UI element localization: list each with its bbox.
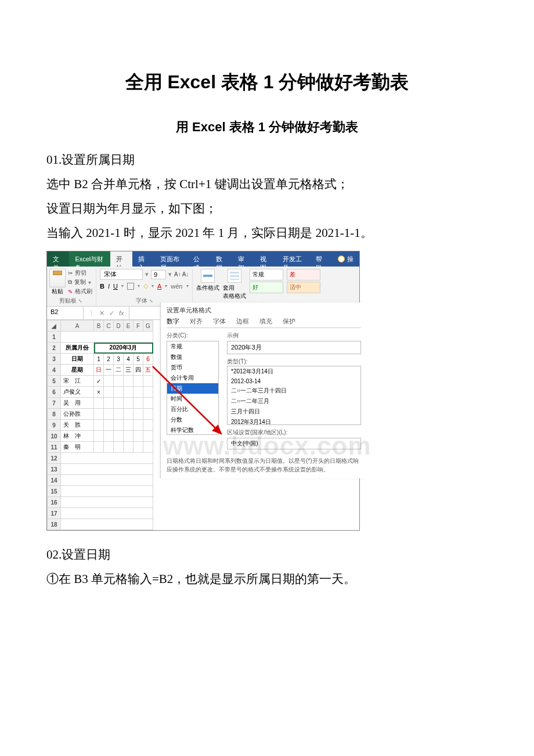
cell-A5[interactable]: 宋 江 bbox=[61, 376, 94, 387]
type-3[interactable]: 二○一二年三月 bbox=[228, 396, 360, 406]
cat-fraction[interactable]: 分数 bbox=[167, 415, 218, 425]
cell-G4[interactable]: 五 bbox=[143, 365, 153, 376]
style-neutral[interactable]: 适中 bbox=[287, 282, 320, 293]
type-2[interactable]: 二○一二年三月十四日 bbox=[228, 386, 360, 396]
style-bad[interactable]: 差 bbox=[287, 269, 320, 280]
cell-A8[interactable]: 公孙胜 bbox=[61, 409, 94, 420]
name-box[interactable]: B2 bbox=[47, 307, 84, 319]
cat-currency[interactable]: 货币 bbox=[167, 362, 218, 373]
tab-help[interactable]: 帮助 bbox=[310, 251, 332, 267]
row-6[interactable]: 6 bbox=[48, 387, 61, 398]
row-10[interactable]: 10 bbox=[48, 431, 61, 442]
style-good[interactable]: 好 bbox=[250, 282, 283, 293]
col-F[interactable]: F bbox=[134, 321, 143, 332]
spreadsheet-grid[interactable]: ◢ A B C D E F G 1 2 所属月份 2020年3月 3 日 bbox=[47, 320, 153, 530]
row-1[interactable]: 1 bbox=[48, 332, 61, 343]
tab-home[interactable]: 开始 bbox=[110, 251, 132, 267]
cell-C3[interactable]: 2 bbox=[104, 354, 114, 365]
dlg-tab-fill[interactable]: 填充 bbox=[259, 317, 272, 326]
cell-G3[interactable]: 6 bbox=[143, 354, 153, 365]
row-15[interactable]: 15 bbox=[48, 486, 61, 497]
underline-button[interactable]: U bbox=[113, 283, 118, 290]
cell-B5[interactable]: ✓ bbox=[94, 376, 104, 387]
cell-B3[interactable]: 1 bbox=[94, 354, 104, 365]
cell-B6[interactable]: × bbox=[94, 387, 104, 398]
cat-general[interactable]: 常规 bbox=[167, 341, 218, 352]
cat-scientific[interactable]: 科学记数 bbox=[167, 425, 218, 435]
fx-confirm-icon[interactable]: ✓ bbox=[109, 309, 114, 317]
cell-D3[interactable]: 3 bbox=[114, 354, 124, 365]
tab-view[interactable]: 视图 bbox=[254, 251, 276, 267]
cell-D4[interactable]: 二 bbox=[114, 365, 124, 376]
fx-dropdown-icon[interactable]: ⋮ bbox=[88, 309, 95, 317]
locale-select[interactable]: 中文(中国) bbox=[227, 438, 361, 449]
border-button[interactable] bbox=[127, 283, 134, 290]
cell-A10[interactable]: 林 冲 bbox=[61, 431, 94, 442]
tab-formula[interactable]: 公式 bbox=[187, 251, 210, 267]
cell-B4[interactable]: 日 bbox=[94, 365, 104, 376]
cell-E3[interactable]: 4 bbox=[124, 354, 134, 365]
col-G[interactable]: G bbox=[143, 321, 153, 332]
cell-A4[interactable]: 星期 bbox=[61, 365, 94, 376]
select-all[interactable]: ◢ bbox=[48, 321, 61, 332]
type-1[interactable]: 2012-03-14 bbox=[228, 377, 360, 386]
col-B[interactable]: B bbox=[94, 321, 104, 332]
font-name-select[interactable]: 宋体 bbox=[100, 269, 143, 280]
dlg-tab-protect[interactable]: 保护 bbox=[283, 317, 295, 326]
cell-F4[interactable]: 四 bbox=[134, 365, 143, 376]
style-normal[interactable]: 常规 bbox=[250, 269, 283, 280]
tab-dev[interactable]: 开发工具 bbox=[277, 251, 310, 267]
fx-cancel-icon[interactable]: ✕ bbox=[99, 309, 104, 317]
copy-button[interactable]: ⧉复制▾ bbox=[68, 278, 92, 286]
tab-insert[interactable]: 插入 bbox=[132, 251, 154, 267]
cut-button[interactable]: ✂剪切 bbox=[68, 269, 92, 277]
tab-custom[interactable]: Excel与财务 bbox=[69, 251, 110, 267]
row-5[interactable]: 5 bbox=[48, 376, 61, 387]
row-11[interactable]: 11 bbox=[48, 442, 61, 453]
type-list[interactable]: *2012年3月14日 2012-03-14 二○一二年三月十四日 二○一二年三… bbox=[227, 366, 361, 425]
row-12[interactable]: 12 bbox=[48, 453, 61, 464]
category-list[interactable]: 常规 数值 货币 会计专用 日期 时间 百分比 分数 科学记数 文本 特殊 自定… bbox=[167, 341, 219, 435]
font-size-select[interactable]: 9 bbox=[151, 270, 166, 279]
cell-A3[interactable]: 日期 bbox=[61, 354, 94, 365]
cell-A6[interactable]: 卢俊义 bbox=[61, 387, 94, 398]
col-E[interactable]: E bbox=[124, 321, 134, 332]
tell-me[interactable]: 操 bbox=[332, 251, 359, 267]
cell-A11[interactable]: 秦 明 bbox=[61, 442, 94, 453]
tab-data[interactable]: 数据 bbox=[210, 251, 232, 267]
row-13[interactable]: 13 bbox=[48, 464, 61, 475]
row-9[interactable]: 9 bbox=[48, 420, 61, 431]
row-16[interactable]: 16 bbox=[48, 497, 61, 508]
paste-icon[interactable] bbox=[49, 269, 66, 287]
type-0[interactable]: *2012年3月14日 bbox=[228, 366, 360, 377]
tab-review[interactable]: 审阅 bbox=[232, 251, 254, 267]
row-7[interactable]: 7 bbox=[48, 398, 61, 409]
cell-A2[interactable]: 所属月份 bbox=[61, 343, 94, 354]
phonetic-button[interactable]: wén bbox=[171, 283, 182, 290]
cell-F3[interactable]: 5 bbox=[134, 354, 143, 365]
col-D[interactable]: D bbox=[114, 321, 124, 332]
italic-button[interactable]: I bbox=[108, 283, 110, 290]
type-4[interactable]: 三月十四日 bbox=[228, 406, 360, 417]
format-painter-button[interactable]: ✎格式刷 bbox=[68, 287, 92, 296]
col-A[interactable]: A bbox=[61, 321, 94, 332]
font-grow-shrink[interactable]: A↑A↓ bbox=[174, 271, 189, 278]
cat-accounting[interactable]: 会计专用 bbox=[167, 373, 218, 383]
cat-date[interactable]: 日期 bbox=[167, 383, 218, 394]
dlg-tab-font[interactable]: 字体 bbox=[213, 317, 226, 326]
dlg-tab-number[interactable]: 数字 bbox=[167, 317, 179, 326]
conditional-format-button[interactable]: 条件格式 bbox=[196, 269, 219, 300]
fx-icon[interactable]: fx bbox=[119, 309, 124, 316]
tab-layout[interactable]: 页面布局 bbox=[154, 251, 187, 267]
type-5[interactable]: 2012年3月14日 bbox=[228, 417, 360, 425]
col-C[interactable]: C bbox=[104, 321, 114, 332]
cat-percent[interactable]: 百分比 bbox=[167, 404, 218, 415]
cell-styles[interactable]: 常规 差 好 适中 bbox=[250, 269, 320, 300]
row-14[interactable]: 14 bbox=[48, 475, 61, 486]
dlg-tab-border[interactable]: 边框 bbox=[236, 317, 249, 326]
table-format-button[interactable]: 套用 表格格式 bbox=[223, 269, 246, 300]
fill-color-button[interactable]: ◇ bbox=[143, 282, 148, 290]
bold-button[interactable]: B bbox=[100, 283, 104, 290]
font-color-button[interactable]: A bbox=[157, 283, 161, 290]
cell-C4[interactable]: 一 bbox=[104, 365, 114, 376]
